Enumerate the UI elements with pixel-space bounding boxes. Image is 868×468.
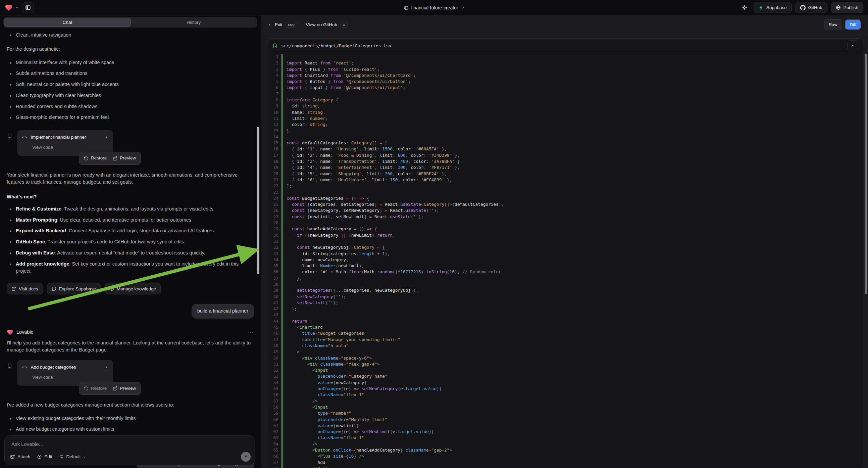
code-line: 15▾const defaultCategories: Category[] =… — [268, 140, 863, 146]
code-line: 27 const [newLimit, setNewLimit] = React… — [268, 214, 863, 220]
code-line: 22]; — [268, 183, 863, 189]
settings-gear-button[interactable] — [739, 2, 750, 13]
code-line: 52 <Input — [268, 367, 863, 373]
manage-knowledge-button[interactable]: Manage knowledge — [105, 283, 161, 294]
external-link-icon — [113, 386, 118, 391]
tab-chat[interactable]: Chat — [4, 18, 131, 27]
whats-next-heading: What's next? — [7, 194, 254, 201]
code-line: 32▾ const newCategoryObj: Category = { — [268, 244, 863, 251]
model-selector[interactable]: Default — [59, 454, 87, 459]
chat-tabs: Chat History — [3, 17, 257, 28]
list-item: GitHub Sync: Transfer your project's cod… — [7, 238, 254, 246]
preview-button[interactable]: Preview — [113, 155, 136, 162]
tab-history[interactable]: History — [131, 18, 257, 27]
list-item: Clean, intuitive navigation — [7, 32, 254, 39]
bookmark-icon[interactable] — [7, 363, 12, 369]
code-line: 12 color: string; — [268, 121, 863, 127]
preview-button[interactable]: Preview — [113, 385, 136, 392]
image-plus-icon — [10, 454, 15, 459]
code-line: 36 color: '#' + Math.floor(Math.random()… — [268, 269, 863, 275]
restore-button[interactable]: Restore — [84, 155, 107, 162]
chat-messages[interactable]: Clean, intuitive navigation For the desi… — [0, 28, 261, 468]
prompt-input-box[interactable]: Ask Lovable... Attach Edit Default — [4, 435, 255, 465]
code-line: 40 setNewCategory(''); — [268, 294, 863, 300]
code-brackets-icon: <> — [22, 134, 27, 140]
chat-scrollbar[interactable] — [257, 127, 259, 274]
code-line: 16 { id: '1', name: 'Housing', limit: 15… — [268, 146, 863, 152]
code-line: 29▾ const handleAddCategory = () => { — [268, 226, 863, 232]
diff-toggle-button[interactable]: Diff — [845, 20, 861, 30]
collapse-file-button[interactable] — [847, 40, 858, 51]
edit-mode-button[interactable]: Edit — [37, 454, 52, 459]
user-message: build a financial planner — [192, 304, 254, 319]
github-button[interactable]: GitHub — [795, 2, 828, 13]
code-line: 59 type="number" — [268, 410, 863, 416]
code-line: 58 <Input — [268, 404, 863, 410]
code-brackets-icon: <> — [22, 364, 27, 370]
arrow-up-icon — [244, 455, 248, 459]
top-bar: financial-future-creator Supabase GitHub — [0, 0, 868, 16]
code-line: 1 — [268, 54, 863, 60]
code-line: 8▾interface Category { — [268, 97, 863, 103]
file-header[interactable]: src/components/budget/BudgetCategories.t… — [268, 39, 863, 53]
lovable-logo-icon[interactable] — [5, 4, 13, 12]
code-line: 63 className="flex-1" — [268, 435, 863, 441]
send-button[interactable] — [241, 452, 251, 462]
code-line: 43 — [268, 312, 863, 318]
attach-button[interactable]: Attach — [10, 454, 30, 459]
code-line: 62 onChange={(e) => setNewLimit(e.target… — [268, 429, 863, 435]
code-editor[interactable]: 1 2import React from 'react';3import { P… — [268, 53, 863, 468]
code-line: 61 value={newLimit} — [268, 423, 863, 429]
chevron-down-icon[interactable] — [16, 6, 19, 9]
version-card-title: Implement financial planner — [31, 134, 101, 141]
assistant-paragraph: I'll help you add budget categories to t… — [7, 340, 254, 354]
code-line: 21 { id: '6', name: 'Healthcare', limit:… — [268, 177, 863, 183]
list-item: Add project knowledge: Set key context o… — [7, 261, 254, 275]
message-menu-button[interactable]: ··· — [247, 329, 254, 336]
version-actions: Restore Preview — [79, 382, 141, 395]
list-item: Subtle animations and transitions — [7, 70, 254, 77]
exit-button[interactable]: Exit ESC — [268, 22, 297, 28]
supabase-icon — [758, 5, 764, 10]
code-line: 65 <Button onClick={handleAddCategory} c… — [268, 447, 863, 453]
view-code-link[interactable]: View code — [32, 374, 108, 381]
code-line: 9 id: string; — [268, 103, 863, 109]
bookmark-icon[interactable] — [7, 133, 12, 139]
restore-button[interactable]: Restore — [84, 385, 107, 392]
sidebar-toggle-button[interactable] — [22, 2, 34, 13]
code-line: 2import React from 'react'; — [268, 60, 863, 66]
supabase-button[interactable]: Supabase — [753, 2, 792, 13]
code-line: 46 title="Budget Categories" — [268, 330, 863, 337]
code-line: 17 { id: '2', name: 'Food & Dining', lim… — [268, 152, 863, 158]
code-line: 35 limit: Number(newLimit), — [268, 263, 863, 269]
code-line: 34 name: newCategory, — [268, 257, 863, 263]
project-switcher[interactable]: financial-future-creator — [403, 0, 464, 16]
visit-docs-button[interactable]: Visit docs — [7, 283, 43, 294]
view-code-link[interactable]: View code — [32, 144, 108, 151]
code-line: 20 { id: '5', name: 'Shopping', limit: 2… — [268, 171, 863, 177]
file-path: src/components/budget/BudgetCategories.t… — [281, 43, 844, 48]
code-line: 28 — [268, 220, 863, 226]
code-line: 19 { id: '4', name: 'Entertainment', lim… — [268, 165, 863, 171]
aesthetic-intro: For the design aesthetic: — [7, 46, 254, 53]
publish-button[interactable]: Publish — [831, 2, 863, 13]
list-item: Glass-morphic elements for a premium fee… — [7, 114, 254, 121]
code-line: 66 <Plus size={16} /> — [268, 453, 863, 459]
file-plus-icon — [273, 43, 278, 48]
explore-supabase-button[interactable]: Explore Supabase — [47, 283, 101, 294]
code-line: 53 placeholder="Category name" — [268, 373, 863, 379]
code-line: 57 /> — [268, 398, 863, 404]
chevron-down-icon — [461, 6, 465, 10]
view-on-github-button[interactable]: View on GitHub G — [306, 22, 348, 28]
code-line: 39 setCategories([...categories, newCate… — [268, 287, 863, 293]
code-line: 49 > — [268, 349, 863, 355]
app-window: financial-future-creator Supabase GitHub — [0, 0, 868, 468]
code-line: 54 value={newCategory} — [268, 380, 863, 386]
code-line: 24▾const BudgetCategories = () => { — [268, 195, 863, 201]
raw-toggle-button[interactable]: Raw — [824, 20, 842, 30]
assistant-name: Lovable — [17, 329, 244, 336]
chevron-down-icon — [83, 455, 86, 459]
code-line: 31 — [268, 238, 863, 244]
code-scrollbar[interactable] — [865, 54, 867, 294]
assistant-paragraph: Your sleek financial planner is now read… — [7, 172, 254, 186]
